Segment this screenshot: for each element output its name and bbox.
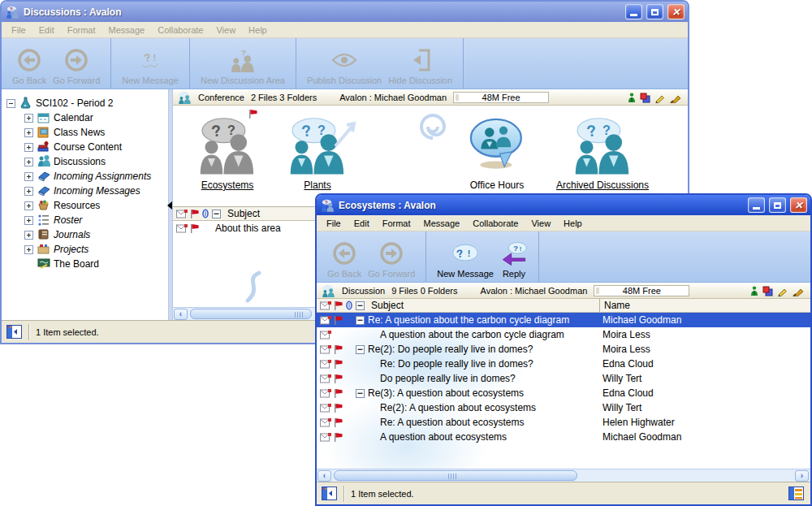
name-column-header[interactable]: Name bbox=[599, 299, 630, 312]
subject-cell[interactable]: A question about ecosystems bbox=[380, 431, 507, 443]
toolbar-button-new-message[interactable]: ? ! New Message bbox=[434, 239, 496, 279]
tree-item-sci102-period-2[interactable]: SCI102 - Period 2 bbox=[2, 96, 168, 110]
name-cell[interactable]: Edna Cloud bbox=[603, 358, 654, 370]
scroll-left-button[interactable]: ‹ bbox=[174, 309, 188, 320]
menu-item-message[interactable]: Message bbox=[417, 217, 467, 230]
panel-toggle-icon[interactable] bbox=[6, 325, 22, 339]
tree-expander-icon[interactable] bbox=[24, 187, 33, 196]
collapse-arrow-icon[interactable] bbox=[167, 201, 172, 210]
menu-item-help[interactable]: Help bbox=[557, 217, 589, 230]
close-button[interactable]: ✕ bbox=[667, 4, 685, 19]
tree-expander-icon[interactable] bbox=[24, 245, 33, 254]
toolbar-button-go-back[interactable]: Go Back bbox=[10, 45, 49, 86]
message-header-row[interactable]: Subject Name bbox=[317, 299, 810, 313]
tree-expander-icon[interactable] bbox=[24, 128, 33, 137]
subject-cell[interactable]: Do people really live in domes? bbox=[380, 373, 516, 384]
tree-expander-icon[interactable] bbox=[24, 114, 33, 123]
name-cell[interactable]: Willy Tert bbox=[603, 373, 641, 384]
subject-cell[interactable]: Re: A question about ecosystems bbox=[380, 417, 524, 428]
menu-item-collaborate[interactable]: Collaborate bbox=[466, 217, 525, 230]
tree-item-incoming-assignments[interactable]: Incoming Assignments bbox=[2, 169, 168, 184]
message-row[interactable]: Re(3): A question about ecosystems Edna … bbox=[317, 386, 810, 400]
name-cell[interactable]: Michael Goodman bbox=[603, 314, 681, 326]
menu-item-edit[interactable]: Edit bbox=[348, 217, 376, 230]
menu-item-format[interactable]: Format bbox=[376, 217, 417, 230]
tree-expander-icon[interactable] bbox=[24, 158, 33, 167]
thread-expander-icon[interactable] bbox=[356, 316, 365, 325]
tree-expander-icon[interactable] bbox=[24, 172, 33, 181]
name-cell[interactable]: Michael Goodman bbox=[603, 431, 681, 443]
tree-expander-icon[interactable] bbox=[24, 201, 33, 210]
subject-cell[interactable]: Re: Do people really live in domes? bbox=[380, 358, 533, 370]
toolbar-button-publish-discussion[interactable]: Publish Discussion bbox=[304, 45, 384, 86]
collapse-all-icon[interactable] bbox=[356, 301, 365, 310]
name-cell[interactable]: Moira Less bbox=[603, 344, 650, 355]
conference-item-archived-discussions[interactable]: ? ? Archived Discussions bbox=[550, 109, 655, 191]
tree-expander-icon[interactable] bbox=[24, 216, 33, 225]
message-row[interactable]: Re(2): Do people really live in domes? M… bbox=[317, 342, 810, 357]
menu-item-help[interactable]: Help bbox=[242, 24, 274, 37]
toolbar-button-new-message[interactable]: ?! New Message bbox=[119, 45, 181, 86]
tree-item-resources[interactable]: Resources bbox=[2, 198, 168, 213]
message-hscrollbar[interactable]: ‹ › bbox=[317, 469, 810, 482]
tree-item-journals[interactable]: Journals bbox=[2, 227, 168, 242]
window2-titlebar[interactable]: ? Ecosystems : Avalon ✕ bbox=[317, 195, 810, 215]
subject-cell[interactable]: A question about the carbon cycle diagra… bbox=[380, 329, 564, 340]
name-cell[interactable]: Moira Less bbox=[603, 329, 650, 340]
subject-column-header[interactable]: Subject bbox=[227, 208, 260, 219]
thread-expander-icon[interactable] bbox=[356, 389, 365, 398]
conference-item-office-hours[interactable]: Office Hours bbox=[444, 109, 550, 191]
subject-column-header[interactable]: Subject bbox=[371, 300, 404, 311]
toolbar-button-reply[interactable]: ?! Reply bbox=[498, 239, 530, 279]
subject-cell[interactable]: Re: A question about the carbon cycle di… bbox=[368, 314, 569, 326]
tree-expander-icon[interactable] bbox=[24, 143, 33, 152]
message-row[interactable]: Re: A question about the carbon cycle di… bbox=[317, 313, 810, 327]
window1-titlebar[interactable]: ? Discussions : Avalon ✕ bbox=[2, 2, 688, 22]
menu-item-view[interactable]: View bbox=[209, 24, 242, 37]
menu-item-format[interactable]: Format bbox=[61, 24, 102, 37]
message-row[interactable]: Re(2): A question about ecosystems Willy… bbox=[317, 400, 810, 415]
tree-item-class-news[interactable]: Class News bbox=[2, 125, 168, 140]
maximize-button[interactable] bbox=[769, 197, 786, 213]
message-row[interactable]: Re: A question about ecosystems Helen Hi… bbox=[317, 415, 810, 430]
minimize-button[interactable] bbox=[748, 197, 765, 213]
subject-cell[interactable]: About this area bbox=[215, 223, 281, 234]
panel-toggle-icon[interactable] bbox=[322, 487, 337, 500]
menu-item-message[interactable]: Message bbox=[102, 24, 152, 37]
message-row[interactable]: Do people really live in domes? Willy Te… bbox=[317, 371, 810, 386]
tree-item-roster[interactable]: Roster bbox=[2, 213, 168, 227]
collapse-all-icon[interactable] bbox=[212, 210, 221, 218]
tree-item-incoming-messages[interactable]: Incoming Messages bbox=[2, 184, 168, 198]
menu-item-file[interactable]: File bbox=[5, 24, 32, 37]
name-cell[interactable]: Helen Highwater bbox=[603, 417, 675, 428]
thread-expander-icon[interactable] bbox=[356, 345, 365, 354]
message-row[interactable]: A question about the carbon cycle diagra… bbox=[317, 327, 810, 342]
toolbar-button-go-forward[interactable]: Go Forward bbox=[365, 239, 417, 279]
conference-item-plants[interactable]: ? ? Plants bbox=[265, 109, 370, 191]
scroll-thumb[interactable] bbox=[334, 470, 577, 481]
name-cell[interactable]: Edna Cloud bbox=[603, 387, 654, 399]
subject-cell[interactable]: Re(2): Do people really live in domes? bbox=[368, 344, 533, 355]
tree-item-course-content[interactable]: Course Content bbox=[2, 140, 168, 154]
toolbar-button-hide-discussion[interactable]: Hide Discussion bbox=[386, 45, 455, 86]
menu-item-edit[interactable]: Edit bbox=[32, 24, 61, 37]
tree-item-projects[interactable]: Projects bbox=[2, 242, 168, 257]
subject-cell[interactable]: Re(3): A question about ecosystems bbox=[368, 387, 524, 399]
tree-expander-icon[interactable] bbox=[6, 99, 15, 108]
tree-item-calendar[interactable]: Calendar bbox=[2, 110, 168, 125]
menu-item-view[interactable]: View bbox=[525, 217, 557, 230]
toolbar-button-go-back[interactable]: Go Back bbox=[325, 239, 364, 279]
tree-expander-icon[interactable] bbox=[24, 231, 33, 240]
message-row[interactable]: A question about ecosystems Michael Good… bbox=[317, 430, 810, 444]
toolbar-button-go-forward[interactable]: Go Forward bbox=[50, 45, 102, 86]
scroll-left-button[interactable]: ‹ bbox=[317, 470, 331, 482]
view-grid-icon[interactable] bbox=[788, 487, 804, 500]
maximize-button[interactable] bbox=[646, 4, 663, 19]
minimize-button[interactable] bbox=[625, 4, 642, 19]
menu-item-file[interactable]: File bbox=[320, 217, 348, 230]
subject-cell[interactable]: Re(2): A question about ecosystems bbox=[380, 402, 536, 413]
menu-item-collaborate[interactable]: Collaborate bbox=[151, 24, 209, 37]
scroll-thumb[interactable] bbox=[190, 309, 312, 319]
toolbar-button-new-discussion-area[interactable]: ? New Discussion Area bbox=[198, 45, 287, 86]
name-cell[interactable]: Willy Tert bbox=[603, 402, 641, 413]
